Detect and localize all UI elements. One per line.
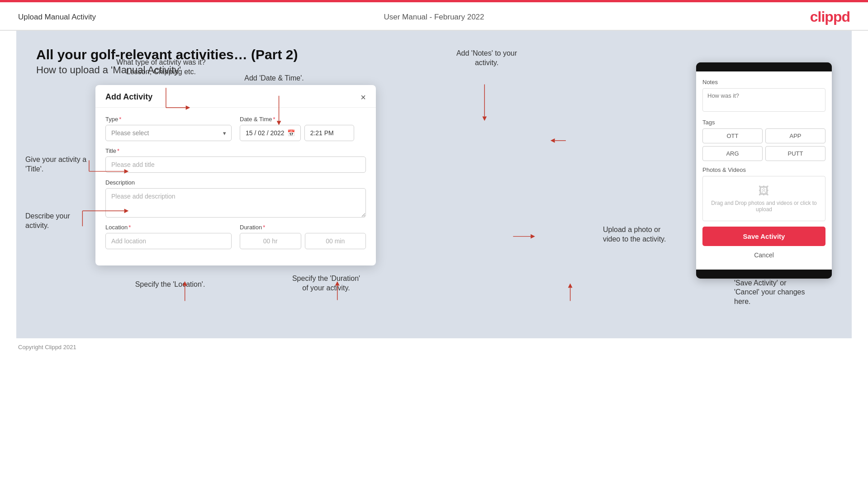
- logo: clippd: [810, 9, 850, 25]
- date-time-label: Date & Time*: [240, 116, 366, 123]
- location-input[interactable]: [105, 233, 232, 249]
- duration-label: Duration*: [240, 224, 366, 231]
- type-select[interactable]: Please select: [105, 125, 232, 141]
- date-input[interactable]: 15 / 02 / 2022 📅: [240, 125, 301, 141]
- annotation-upload: Upload a photo orvideo to the activity.: [603, 225, 702, 244]
- title-label: Title*: [105, 147, 366, 154]
- modal-close-button[interactable]: ×: [360, 93, 366, 102]
- photos-hint: Drag and Drop photos and videos or click…: [708, 200, 820, 213]
- phone-mockup: Notes Tags OTT APP ARG PUTT Photos & Vid…: [696, 62, 832, 279]
- phone-bottom-bar: [696, 270, 832, 279]
- photos-label: Photos & Videos: [702, 166, 825, 173]
- annotation-activity-type: What type of activity was it?Lesson, Chi…: [109, 58, 213, 77]
- copyright: Copyright Clippd 2021: [18, 344, 76, 351]
- annotation-notes: Add 'Notes' to youractivity.: [437, 49, 536, 68]
- cancel-link[interactable]: Cancel: [702, 250, 825, 261]
- description-textarea[interactable]: [105, 188, 366, 218]
- svg-marker-20: [568, 284, 573, 288]
- annotation-duration: Specify the 'Duration'of your activity.: [263, 274, 389, 293]
- save-activity-button[interactable]: Save Activity: [702, 227, 825, 246]
- annotation-location: Specify the 'Location'.: [120, 280, 220, 289]
- tag-arg[interactable]: ARG: [702, 146, 763, 161]
- tags-grid: OTT APP ARG PUTT: [702, 128, 825, 161]
- notes-label: Notes: [702, 79, 825, 85]
- add-activity-modal: Add Activity × Type* Please select ▾: [95, 85, 376, 265]
- annotation-date-time: Add 'Date & Time'.: [229, 74, 319, 83]
- tags-label: Tags: [702, 119, 825, 126]
- page-title: Upload Manual Activity: [18, 13, 96, 22]
- photo-icon: 🖼: [759, 185, 769, 197]
- tag-app[interactable]: APP: [765, 128, 825, 143]
- title-input[interactable]: [105, 156, 366, 173]
- svg-marker-12: [482, 116, 487, 121]
- description-label: Description: [105, 179, 366, 186]
- phone-top-bar: [696, 62, 832, 71]
- notes-textarea[interactable]: [702, 88, 825, 112]
- svg-marker-14: [550, 138, 555, 143]
- tag-putt[interactable]: PUTT: [765, 146, 825, 161]
- duration-hr-input[interactable]: [240, 233, 301, 249]
- location-label: Location*: [105, 224, 232, 231]
- doc-title: User Manual - February 2022: [384, 13, 484, 22]
- annotation-describe: Describe youractivity.: [25, 212, 89, 231]
- calendar-icon: 📅: [287, 129, 295, 137]
- type-select-wrapper[interactable]: Please select ▾: [105, 125, 232, 141]
- tag-ott[interactable]: OTT: [702, 128, 763, 143]
- modal-title: Add Activity: [105, 92, 152, 102]
- svg-marker-22: [531, 234, 535, 239]
- date-value: 15 / 02 / 2022: [246, 129, 285, 137]
- time-input[interactable]: [304, 125, 354, 141]
- duration-min-input[interactable]: [305, 233, 366, 249]
- photos-dropzone[interactable]: 🖼 Drag and Drop photos and videos or cli…: [702, 176, 825, 221]
- type-label: Type*: [105, 116, 232, 123]
- annotation-title: Give your activity a'Title'.: [25, 155, 93, 174]
- annotation-save: 'Save Activity' or'Cancel' your changesh…: [734, 279, 838, 307]
